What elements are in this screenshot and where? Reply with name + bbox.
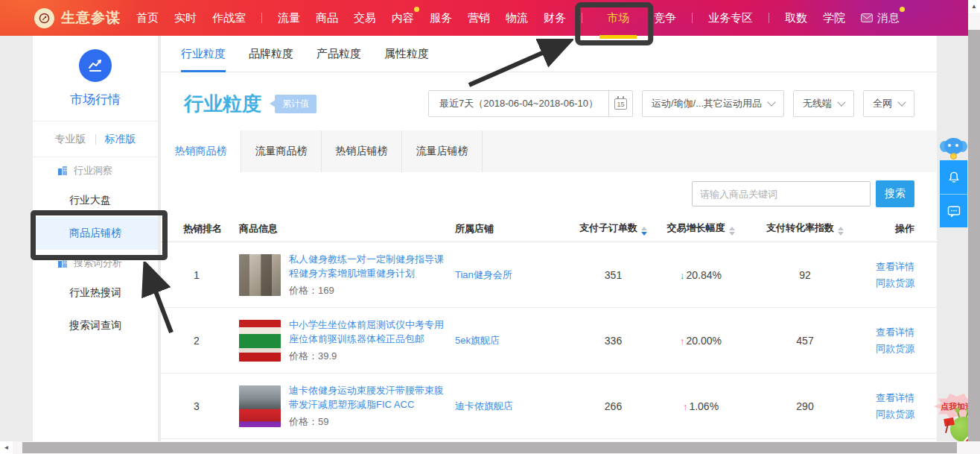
product-image[interactable] <box>239 385 281 427</box>
nav-divider <box>261 13 262 23</box>
nav-item-market[interactable]: 市场 <box>598 0 638 36</box>
growth-value: 20.00% <box>687 335 722 347</box>
sidebar-item-industry-hot-words[interactable]: 行业热搜词 <box>33 277 158 309</box>
arrow-down-icon: ↓ <box>680 270 685 281</box>
tab-traffic-shops[interactable]: 流量店铺榜 <box>402 130 483 172</box>
tab-brand[interactable]: 品牌粒度 <box>249 36 293 72</box>
same-supply-link[interactable]: 同款货源 <box>876 408 914 421</box>
scope-select[interactable]: 全网 <box>863 90 914 117</box>
view-detail-link[interactable]: 查看详情 <box>876 391 914 405</box>
category-select[interactable]: 运动/瑜伽/...其它运动用品 <box>642 90 784 117</box>
column-label: 交易增长幅度 <box>667 222 725 233</box>
terminal-select[interactable]: 无线端 <box>793 90 854 117</box>
active-tab-underline <box>599 35 637 39</box>
nav-item-traffic[interactable]: 流量 <box>278 0 300 36</box>
date-range-picker[interactable]: 最近7天（2018-06-04~2018-06-10） 15 <box>428 90 633 117</box>
tab-industry[interactable]: 行业粒度 <box>181 36 226 72</box>
nav-item-biz-zone[interactable]: 业务专区 <box>708 0 753 36</box>
scroll-left-button[interactable]: ◄ <box>0 441 13 454</box>
column-label: 热销排名 <box>183 223 222 234</box>
vertical-scrollbar: ▲ <box>968 0 980 454</box>
view-detail-link[interactable]: 查看详情 <box>876 326 914 339</box>
keyword-input[interactable] <box>692 181 871 206</box>
rank-cell: 1 <box>183 269 239 281</box>
bell-icon <box>946 170 961 185</box>
version-tab-pro[interactable]: 专业版 <box>46 133 95 146</box>
select-value: 全网 <box>873 97 892 110</box>
product-title-link[interactable]: 私人健身教练一对一定制健身指导课程健身方案增肌增重健身计划 <box>289 252 449 280</box>
tab-product[interactable]: 产品粒度 <box>316 36 361 72</box>
product-price: 价格：169 <box>289 284 449 297</box>
brand[interactable]: 生意参谋 <box>34 8 121 28</box>
notification-bell-button[interactable] <box>940 160 967 194</box>
shop-link[interactable]: 5ek旗舰店 <box>455 335 500 346</box>
feedback-chat-button[interactable] <box>940 194 967 227</box>
sidebar-item-industry-overview[interactable]: 行业大盘 <box>33 184 158 217</box>
sort-desc-icon <box>729 232 735 236</box>
arrow-up-icon: ↑ <box>683 401 688 412</box>
nav-item-trade[interactable]: 交易 <box>354 0 376 36</box>
column-label: 支付转化率指数 <box>766 222 834 233</box>
nav-item-message[interactable]: 消息 <box>861 0 900 36</box>
scroll-up-button[interactable]: ▲ <box>968 0 980 13</box>
nav-item-product[interactable]: 商品 <box>316 0 338 36</box>
nav-divider <box>692 13 693 23</box>
nav-item-service[interactable]: 服务 <box>430 0 452 36</box>
cumulative-badge: 累计值 <box>275 95 316 113</box>
nav-item-home[interactable]: 首页 <box>136 0 159 36</box>
filter-selects: 运动/瑜伽/...其它运动用品无线端全网 <box>642 90 914 117</box>
same-supply-link[interactable]: 同款货源 <box>876 277 914 290</box>
product-title-link[interactable]: 迪卡侬健身运动束腰发汗带腰带束腹带发汗减肥塑形减脂FIC ACC <box>289 383 449 412</box>
tab-attribute[interactable]: 属性粒度 <box>384 36 429 72</box>
nav-item-war-room[interactable]: 作战室 <box>212 0 246 36</box>
version-tab-standard[interactable]: 标准版 <box>96 133 145 146</box>
granularity-tab-bar: 行业粒度品牌粒度产品粒度属性粒度 <box>161 36 937 72</box>
sidebar-module-market-quotes[interactable]: 市场行情 <box>33 36 158 122</box>
tab-traffic-items[interactable]: 流量商品榜 <box>241 130 322 172</box>
table-body: 1私人健身教练一对一定制健身指导课程健身方案增肌增重健身计划价格：169Tian… <box>161 242 937 439</box>
vertical-scroll-thumb[interactable] <box>968 30 980 441</box>
column-header: 支付转化率指数 <box>749 221 861 236</box>
brand-name: 生意参谋 <box>61 8 121 28</box>
sort-control[interactable] <box>838 227 844 236</box>
view-detail-link[interactable]: 查看详情 <box>876 260 914 274</box>
product-image[interactable] <box>239 254 281 296</box>
tab-hot-items[interactable]: 热销商品榜 <box>161 130 241 172</box>
sidebar: 市场行情 专业版标准版 行业洞察行业大盘商品店铺榜搜索词分析行业热搜词搜索词查询 <box>33 36 158 441</box>
select-value: 无线端 <box>803 97 832 110</box>
same-supply-link[interactable]: 同款货源 <box>876 342 914 356</box>
search-button[interactable]: 搜索 <box>876 180 914 207</box>
nav-item-academy[interactable]: 学院 <box>823 0 845 36</box>
nav-item-marketing[interactable]: 营销 <box>468 0 490 36</box>
tab-hot-shops[interactable]: 热销店铺榜 <box>322 130 402 172</box>
sort-desc-icon <box>641 232 647 236</box>
nav-item-logistics[interactable]: 物流 <box>506 0 528 36</box>
nav-item-data-extract[interactable]: 取数 <box>785 0 807 36</box>
product-cell: 迪卡侬健身运动束腰发汗带腰带束腹带发汗减肥塑形减脂FIC ACC价格：59 <box>239 383 455 429</box>
sort-control[interactable] <box>729 227 735 236</box>
sidebar-section-industry-insight: 行业洞察 <box>33 157 158 184</box>
column-header: 所属店铺 <box>455 222 574 236</box>
nav-item-realtime[interactable]: 实时 <box>174 0 197 36</box>
nav-item-content[interactable]: 内容 <box>392 0 414 36</box>
sidebar-item-search-word-query[interactable]: 搜索词查询 <box>33 309 158 342</box>
sort-control[interactable] <box>641 227 647 236</box>
growth-value: 1.06% <box>689 400 719 412</box>
product-price: 价格：59 <box>289 415 449 429</box>
orders-cell: 351 <box>574 269 652 281</box>
calendar-icon: 15 <box>614 98 627 110</box>
envelope-icon <box>861 13 873 22</box>
nav-item-competition[interactable]: 竞争 <box>654 0 676 36</box>
product-title-link[interactable]: 中小学生坐位体前屈测试仪中考专用座位体前驱训练器体检正品包邮 <box>289 318 449 346</box>
nav-item-label: 消息 <box>877 11 900 25</box>
sidebar-item-item-shop-rank[interactable]: 商品店铺榜 <box>33 217 158 250</box>
shop-link[interactable]: 迪卡侬旗舰店 <box>455 400 513 412</box>
calendar-button[interactable]: 15 <box>608 91 632 116</box>
horizontal-scroll-thumb[interactable] <box>22 442 957 453</box>
nav-item-finance[interactable]: 财务 <box>544 0 566 36</box>
product-image[interactable] <box>239 320 281 362</box>
nav-menu: 首页实时作战室流量商品交易内容服务营销物流财务市场竞争业务专区取数学院 <box>121 0 845 36</box>
column-header: 操作 <box>861 222 914 236</box>
notification-dot <box>900 7 905 12</box>
shop-link[interactable]: Tian健身会所 <box>455 269 512 280</box>
